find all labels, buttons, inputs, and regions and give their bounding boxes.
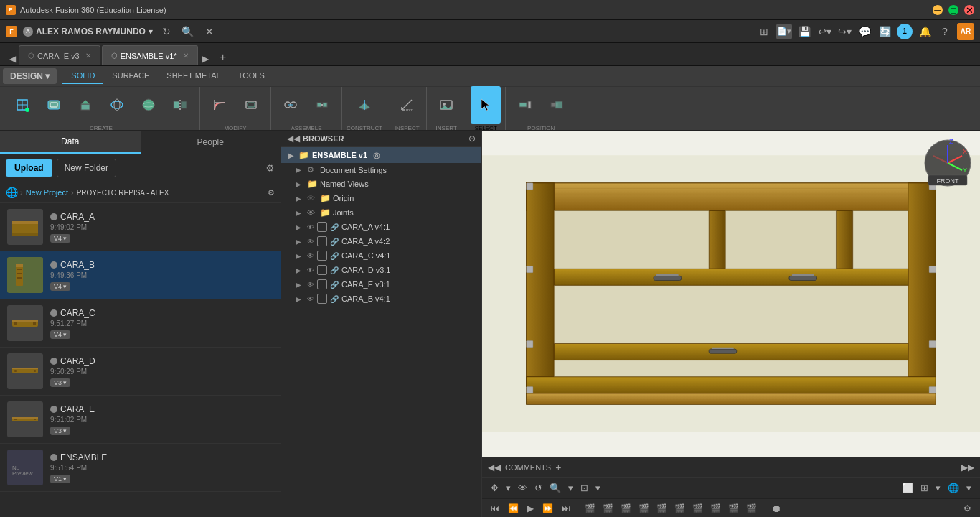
timeline-icon-1[interactable]: 🎬 [582, 502, 598, 515]
file-version-cara-a[interactable]: V4 ▾ [50, 234, 70, 243]
file-item-cara-a[interactable]: CARA_A 9:49:02 PM V4 ▾ [0, 203, 281, 251]
tab-ensamble[interactable]: ⬡ ENSAMBLE v1* ✕ [102, 45, 198, 65]
env-dropdown[interactable]: ▾ [963, 481, 974, 495]
tab-tools[interactable]: TOOLS [230, 68, 273, 84]
browser-item-origin[interactable]: ▶ 👁 📁 Origin [281, 191, 481, 205]
folder-settings-icon[interactable]: ⚙ [268, 188, 275, 197]
file-item-cara-b[interactable]: CARA_B 9:49:36 PM V4 ▾ [0, 251, 281, 299]
revolve-button[interactable] [102, 86, 132, 124]
timeline-icon-6[interactable]: 🎬 [672, 502, 688, 515]
home-icon[interactable]: 🌐 [6, 187, 17, 198]
root-expand-arrow[interactable]: ▶ [287, 152, 296, 159]
file-button[interactable]: 📄▾ [776, 24, 792, 39]
tab-cara-e[interactable]: ⬡ CARA_E v3 ✕ [19, 45, 100, 65]
position2-button[interactable] [542, 86, 572, 124]
timeline-icon-10[interactable]: 🎬 [743, 502, 760, 515]
timeline-icon-3[interactable]: 🎬 [618, 502, 634, 515]
timeline-settings-button[interactable]: ⚙ [961, 502, 974, 515]
zoom-button[interactable]: 🔍 [547, 481, 564, 495]
maximize-button[interactable]: □ [948, 5, 958, 15]
panel-toggle-left[interactable]: ◀◀ [488, 462, 501, 472]
tab-surface[interactable]: SURFACE [103, 68, 158, 84]
fit-button[interactable]: ⊡ [578, 481, 591, 495]
panel-settings-button[interactable]: ⚙ [265, 162, 275, 174]
file-item-cara-c[interactable]: CARA_C 9:51:27 PM V4 ▾ [0, 299, 281, 348]
sketch-button[interactable] [7, 86, 37, 124]
close-panel-button[interactable]: ✕ [202, 24, 217, 39]
timeline-icon-9[interactable]: 🎬 [725, 502, 742, 515]
new-folder-button[interactable]: New Folder [57, 159, 116, 177]
browser-item-cara-a2[interactable]: ▶ 👁 🔗 CARA_A v4:2 [281, 234, 481, 248]
file-item-cara-e[interactable]: CARA_E 9:51:02 PM V3 ▾ [0, 396, 281, 444]
undo-button[interactable]: ↩▾ [816, 24, 832, 39]
play-end-button[interactable]: ⏭ [559, 502, 573, 515]
plane-button[interactable] [349, 86, 380, 124]
mirror-button[interactable] [165, 86, 195, 124]
browser-collapse-button[interactable]: ◀◀ [287, 134, 300, 144]
user-profile[interactable]: A ALEX RAMOS RAYMUNDO ▾ [23, 27, 153, 37]
comment-add-button[interactable]: + [555, 462, 561, 473]
grid-button[interactable]: ⊞ [918, 481, 931, 495]
grid-menu-button[interactable]: ⊞ [756, 24, 772, 39]
browser-item-cara-c1[interactable]: ▶ 👁 🔗 CARA_C v4:1 [281, 248, 481, 263]
look-button[interactable]: 👁 [515, 481, 530, 495]
redo-button[interactable]: ↪▾ [837, 24, 852, 39]
zoom-dropdown[interactable]: ▾ [565, 481, 576, 495]
refresh-button[interactable]: ↻ [159, 24, 174, 39]
select-button[interactable] [471, 86, 501, 124]
tab-close-cara-e[interactable]: ✕ [85, 52, 91, 60]
save-button[interactable]: 💾 [796, 24, 812, 39]
file-item-ensamble[interactable]: NoPreview ENSAMBLE 9:51:54 PM V1 ▾ [0, 444, 281, 492]
extrude-button[interactable] [70, 86, 100, 124]
align-button[interactable] [510, 86, 540, 124]
browser-item-cara-b1[interactable]: ▶ 👁 🔗 CARA_B v4:1 [281, 292, 481, 306]
viewport[interactable]: X Y Z FRONT [482, 131, 980, 457]
display-mode-button[interactable]: ⬜ [899, 481, 916, 495]
comment-button[interactable]: 💬 [857, 24, 872, 39]
file-item-cara-d[interactable]: CARA_D 9:50:29 PM V3 ▾ [0, 348, 281, 396]
shell-button[interactable] [236, 86, 266, 124]
minimize-button[interactable]: ─ [933, 5, 943, 15]
viewport-gizmo[interactable]: X Y Z FRONT [923, 138, 973, 188]
fillet-button[interactable] [204, 86, 235, 124]
create-form-button[interactable] [39, 86, 69, 124]
file-version-cara-d[interactable]: V3 ▾ [50, 378, 70, 387]
joint-button[interactable] [275, 86, 306, 124]
design-mode-button[interactable]: DESIGN ▾ [3, 68, 57, 84]
browser-item-cara-d1[interactable]: ▶ 👁 🔗 CARA_D v3:1 [281, 263, 481, 277]
tab-prev-button[interactable]: ◀ [6, 52, 19, 65]
insert-image-button[interactable] [431, 86, 461, 124]
timeline-icon-4[interactable]: 🎬 [636, 502, 652, 515]
data-tab[interactable]: Data [0, 131, 141, 154]
step-forward-button[interactable]: ⏩ [540, 502, 556, 515]
browser-root-item[interactable]: ▶ 📁 ENSAMBLE v1 ◎ [281, 147, 481, 163]
measure-button[interactable]: mm [392, 86, 422, 124]
record-button[interactable]: ⏺ [768, 501, 784, 516]
tab-sheet-metal[interactable]: SHEET METAL [158, 68, 229, 84]
timeline-icon-5[interactable]: 🎬 [654, 502, 670, 515]
tab-solid[interactable]: SOLID [62, 68, 103, 84]
tab-next-button[interactable]: ▶ [199, 52, 212, 65]
grid-dropdown[interactable]: ▾ [933, 481, 943, 495]
close-button[interactable]: ✕ [964, 5, 974, 15]
sphere-button[interactable] [133, 86, 164, 124]
upload-button[interactable]: Upload [6, 159, 52, 177]
timeline-icon-2[interactable]: 🎬 [600, 502, 616, 515]
jobs-button[interactable]: 🔄 [877, 24, 892, 39]
browser-item-named-views[interactable]: ▶ 📁 Named Views [281, 177, 481, 191]
pan-button[interactable]: ✥ [488, 481, 501, 495]
timeline-icon-8[interactable]: 🎬 [707, 502, 724, 515]
file-version-ensamble[interactable]: V1 ▾ [50, 475, 70, 483]
breadcrumb-project[interactable]: New Project [26, 188, 68, 197]
env-button[interactable]: 🌐 [945, 481, 962, 495]
play-start-button[interactable]: ⏮ [488, 502, 502, 515]
browser-item-doc-settings[interactable]: ▶ ⚙ Document Settings [281, 163, 481, 177]
tab-add-button[interactable]: + [215, 50, 231, 65]
play-button[interactable]: ▶ [524, 502, 537, 515]
help-button[interactable]: ? [937, 24, 953, 39]
people-tab[interactable]: People [141, 131, 281, 154]
timeline-icon-7[interactable]: 🎬 [689, 502, 706, 515]
file-version-cara-b[interactable]: V4 ▾ [50, 282, 70, 291]
step-back-button[interactable]: ⏪ [505, 502, 522, 515]
browser-item-joints[interactable]: ▶ 👁 📁 Joints [281, 205, 481, 220]
